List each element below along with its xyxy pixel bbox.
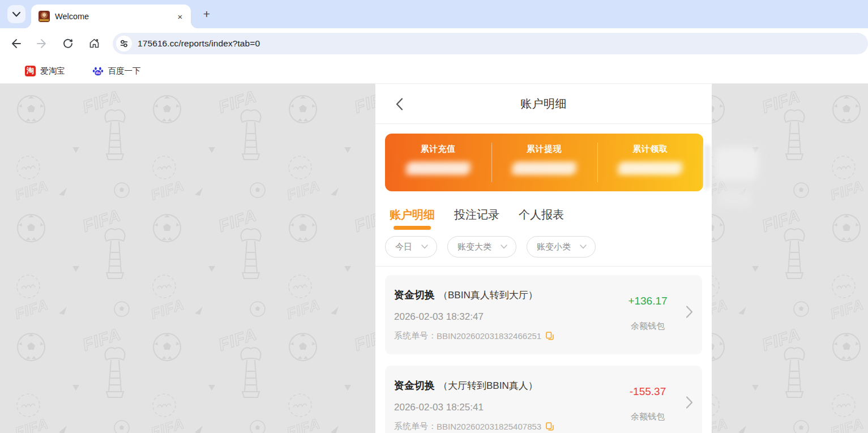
back-button[interactable] (6, 34, 25, 53)
back-chevron-button[interactable] (392, 97, 406, 111)
tab-label: 投注记录 (454, 208, 499, 221)
copy-button[interactable] (546, 332, 554, 340)
filter-label: 今日 (395, 242, 412, 252)
filter-label: 账变小类 (537, 242, 571, 252)
summary-claimed: 累计领取 (597, 134, 703, 191)
masked-value (409, 162, 468, 175)
summary-withdraw: 累计提现 (491, 134, 597, 191)
report-tabs: 账户明细 投注记录 个人报表 (390, 207, 712, 230)
tab-label: 个人报表 (519, 208, 564, 221)
summary-label: 累计提现 (527, 144, 562, 155)
baidu-icon: du (92, 65, 104, 76)
record-order-row: 系统单号： BBIN202602031832466251 (394, 331, 702, 341)
home-icon (88, 37, 100, 49)
copy-icon (546, 332, 554, 340)
bookmark-baidu[interactable]: du 百度一下 (92, 65, 141, 76)
home-button[interactable] (84, 34, 104, 53)
masked-value (621, 162, 679, 175)
record-wallet: 余额钱包 (616, 411, 679, 422)
bookmarks-bar: 淘 爱淘宝 du 百度一下 (0, 58, 868, 84)
order-label: 系统单号： (394, 421, 437, 432)
bookmark-label: 百度一下 (108, 66, 141, 76)
account-panel: 账户明细 累计充值 累计提现 累计领取 (375, 84, 712, 433)
chevron-down-icon (12, 12, 20, 17)
tab-search-button[interactable] (7, 5, 25, 23)
record-wallet: 余额钱包 (616, 321, 679, 332)
record-title: 资金切换 (394, 379, 435, 392)
tab-account-detail[interactable]: 账户明细 (390, 207, 435, 230)
blurred-watermark (718, 188, 752, 208)
filter-minor-category-dropdown[interactable]: 账变小类 (527, 236, 596, 258)
back-arrow-icon (10, 38, 22, 49)
forward-button[interactable] (32, 34, 52, 53)
filter-date-dropdown[interactable]: 今日 (385, 236, 437, 258)
record-list: 资金切换 （BBIN真人转到大厅） 2026-02-03 18:32:47 系统… (375, 275, 712, 433)
record-amount: +136.17 (616, 295, 679, 307)
blurred-edge-artifact (704, 144, 711, 190)
divider (375, 266, 712, 267)
site-settings-button[interactable] (116, 36, 132, 52)
chevron-right-icon (686, 396, 693, 409)
tab-close-icon[interactable]: × (175, 11, 185, 22)
filter-major-category-dropdown[interactable]: 账变大类 (447, 236, 516, 258)
summary-label: 累计领取 (632, 144, 668, 155)
url-text: 175616.cc/reports/index?tab=0 (138, 38, 260, 49)
tab-title: Welcome (55, 12, 175, 21)
page-title: 账户明细 (520, 96, 567, 112)
summary-card: 累计充值 累计提现 累计领取 (385, 134, 703, 191)
copy-button[interactable] (546, 422, 554, 431)
blurred-watermark (715, 147, 759, 181)
record-amount-block: +136.17 余额钱包 (616, 295, 679, 332)
chevron-left-icon (396, 98, 403, 110)
record-subtitle: （BBIN真人转到大厅） (438, 289, 538, 302)
tab-personal-report[interactable]: 个人报表 (519, 207, 564, 230)
order-number: BBIN202602031832466251 (437, 331, 541, 341)
site-favicon (39, 11, 50, 22)
browser-tab-strip: Welcome × + (0, 0, 868, 28)
record-card[interactable]: 资金切换 （大厅转到BBIN真人） 2026-02-03 18:25:41 系统… (385, 366, 702, 433)
masked-value (515, 162, 574, 175)
address-bar[interactable]: 175616.cc/reports/index?tab=0 (113, 33, 868, 54)
chevron-down-icon (501, 245, 507, 249)
divider (597, 143, 598, 182)
chevron-down-icon (421, 245, 428, 249)
copy-icon (546, 422, 554, 431)
summary-label: 累计充值 (421, 144, 456, 155)
new-tab-button[interactable]: + (199, 7, 214, 22)
reload-icon (62, 38, 74, 49)
active-tab-underline (394, 226, 431, 230)
tab-bet-records[interactable]: 投注记录 (454, 207, 499, 230)
browser-tab[interactable]: Welcome × (31, 5, 191, 28)
forward-arrow-icon (36, 38, 48, 49)
summary-recharge: 累计充值 (385, 134, 491, 191)
browser-toolbar: 175616.cc/reports/index?tab=0 (0, 28, 868, 58)
divider (491, 143, 492, 182)
record-subtitle: （大厅转到BBIN真人） (438, 379, 538, 392)
tune-icon (119, 39, 129, 48)
chevron-right-icon (686, 306, 693, 318)
filters-row: 今日 账变大类 账变小类 (385, 236, 712, 258)
panel-header: 账户明细 (375, 84, 712, 124)
record-order-row: 系统单号： BBIN202602031825407853 (394, 421, 702, 432)
filter-label: 账变大类 (457, 242, 491, 252)
bookmark-taobao[interactable]: 淘 爱淘宝 (25, 66, 65, 76)
record-title: 资金切换 (394, 288, 435, 302)
page-viewport: FIFA FIFA (0, 84, 868, 433)
order-number: BBIN202602031825407853 (437, 422, 541, 431)
chevron-down-icon (580, 245, 587, 249)
taobao-icon: 淘 (25, 66, 36, 76)
tab-label: 账户明细 (390, 208, 435, 221)
svg-text:du: du (96, 71, 100, 75)
bookmark-label: 爱淘宝 (40, 66, 65, 76)
record-card[interactable]: 资金切换 （BBIN真人转到大厅） 2026-02-03 18:32:47 系统… (385, 275, 702, 354)
record-amount-block: -155.37 余额钱包 (616, 385, 679, 422)
order-label: 系统单号： (394, 331, 437, 341)
reload-button[interactable] (58, 34, 78, 53)
record-amount: -155.37 (616, 385, 679, 398)
